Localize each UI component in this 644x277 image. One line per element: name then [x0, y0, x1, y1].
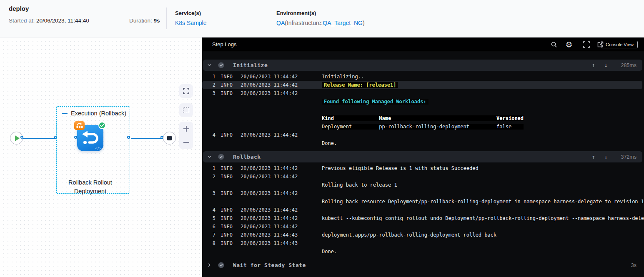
- environment-link[interactable]: QA: [276, 20, 285, 26]
- log-message: Previous eligible Release is 1 with stat…: [322, 165, 644, 171]
- scroll-top-icon[interactable]: ↑: [587, 154, 600, 160]
- step-node-rollback-rollout-deployment[interactable]: </> Rollback Rollout Deployment: [77, 125, 103, 151]
- log-timestamp: 20/06/2023 11:44:42: [241, 190, 322, 196]
- log-message-segment: Initializing..: [322, 74, 364, 80]
- log-section-header-rollback[interactable]: Rollback↑↓372ms: [203, 151, 642, 162]
- stage-group-execution-rollback[interactable]: Execution (Rollback) </> R: [56, 106, 130, 194]
- step-duration: 3s: [612, 262, 636, 268]
- console-header: Step Logs ⚙ Console View: [202, 37, 644, 51]
- log-row: Found following Managed Workloads:: [202, 97, 644, 106]
- log-message-segment: kubectl --kubeconfig=config rollout undo…: [322, 215, 644, 221]
- chevron-right-icon[interactable]: [207, 263, 212, 267]
- log-message-segment: deployment.apps/pp-rollback-rolling-depl…: [322, 232, 496, 238]
- code-glyph: </>: [95, 147, 101, 150]
- log-section-title: Initialize: [233, 62, 268, 68]
- log-line-number[interactable]: 4: [202, 132, 216, 138]
- log-level: INFO: [221, 165, 241, 171]
- pipeline-end-node[interactable]: [163, 132, 176, 145]
- log-row: [202, 106, 644, 114]
- success-check-icon: [98, 122, 106, 129]
- started-at: Started at: 20/06/2023, 11:44:40: [9, 17, 89, 24]
- log-message: deployment.apps/pp-rollback-rolling-depl…: [322, 232, 644, 238]
- started-at-value: 20/06/2023, 11:44:40: [36, 17, 89, 24]
- log-timestamp: 20/06/2023 11:44:42: [241, 165, 322, 171]
- log-row: 4INFO20/06/2023 11:44:42: [202, 206, 644, 214]
- log-level: INFO: [221, 190, 241, 196]
- rollout-badge-icon: [74, 121, 85, 130]
- log-row: 1INFO20/06/2023 11:44:42Initializing..: [202, 72, 644, 81]
- zoom-in-button[interactable]: [179, 122, 193, 135]
- log-line-number[interactable]: 1: [202, 165, 216, 171]
- log-timestamp: 20/06/2023 11:44:43: [241, 232, 322, 238]
- environment-line: QA(Infrastructure:QA_Target_NG): [276, 20, 365, 26]
- scroll-bottom-icon[interactable]: ↓: [600, 62, 612, 68]
- step-node-label: Rollback Rollout Deployment: [52, 178, 129, 196]
- fullscreen-icon[interactable]: [582, 40, 591, 49]
- log-message: Rolling back resource Deployment/pp-roll…: [322, 199, 644, 205]
- log-line-number[interactable]: 1: [202, 74, 216, 80]
- service-link[interactable]: K8s Sample: [175, 20, 206, 26]
- step-success-icon: [218, 62, 224, 68]
- log-line-number[interactable]: 8: [202, 240, 216, 246]
- log-message: Rolling back to release 1: [322, 182, 644, 188]
- infrastructure-link[interactable]: QA_Target_NG: [323, 20, 363, 26]
- log-timestamp: 20/06/2023 11:44:42: [241, 74, 322, 80]
- log-section-header-initialize[interactable]: Initialize↑↓285ms: [203, 60, 642, 71]
- scroll-top-icon[interactable]: ↑: [587, 62, 600, 68]
- services-block: Service(s) K8s Sample: [175, 10, 206, 26]
- log-section-actions: ↑↓285ms: [587, 62, 642, 68]
- log-row: 7INFO20/06/2023 11:44:43deployment.apps/…: [202, 231, 644, 239]
- plus-icon: [183, 125, 190, 132]
- log-line-number[interactable]: 2: [202, 174, 216, 180]
- log-message: Release Name: [release1]: [322, 82, 642, 88]
- log-timestamp: 20/06/2023 11:44:42: [241, 224, 322, 230]
- pipeline-title: deploy: [9, 5, 29, 12]
- log-message: Done.: [322, 140, 644, 146]
- log-row: 8INFO20/06/2023 11:44:43: [202, 239, 644, 247]
- log-section-header-wait-for-steady-state[interactable]: Wait for Steady State3s: [203, 260, 642, 271]
- log-row: 2INFO20/06/2023 11:44:42Release Name: [r…: [202, 81, 642, 89]
- environments-block: Environment(s) QA(Infrastructure:QA_Targ…: [276, 10, 365, 26]
- play-icon: [15, 135, 20, 141]
- env-infra-label: (Infrastructure:: [285, 20, 323, 26]
- log-row: Done.: [202, 139, 644, 147]
- scroll-bottom-icon[interactable]: ↓: [600, 154, 612, 160]
- canvas-select-button[interactable]: [179, 103, 193, 117]
- log-line-number[interactable]: 7: [202, 232, 216, 238]
- search-icon[interactable]: [550, 40, 558, 49]
- log-message-segment: Found following Managed Workloads:: [322, 99, 428, 105]
- log-timestamp: 20/06/2023 11:44:42: [241, 207, 322, 213]
- step-duration: 285ms: [612, 62, 636, 68]
- log-line-number[interactable]: 4: [202, 207, 216, 213]
- env-close-paren: ): [363, 20, 365, 26]
- log-line-number[interactable]: 3: [202, 90, 216, 96]
- canvas-fit-screen-button[interactable]: [179, 84, 193, 98]
- step-logs-panel: Step Logs ⚙ Console View Initialize↑↓285…: [202, 37, 644, 277]
- gear-icon[interactable]: ⚙: [565, 40, 573, 49]
- zoom-out-button[interactable]: [179, 135, 193, 149]
- log-row: Done.: [202, 247, 644, 256]
- canvas-zoom-controls: [179, 122, 193, 149]
- started-at-label: Started at:: [9, 17, 36, 24]
- execution-header: deploy Started at: 20/06/2023, 11:44:40 …: [0, 0, 644, 37]
- log-row: Rolling back to release 1: [202, 181, 644, 189]
- log-line-number[interactable]: 2: [202, 82, 216, 88]
- log-line-number[interactable]: 3: [202, 190, 216, 196]
- log-line-number[interactable]: 5: [202, 215, 216, 221]
- duration-value: 9s: [154, 17, 160, 24]
- console-view-button[interactable]: Console View: [601, 41, 638, 48]
- chevron-down-icon[interactable]: [207, 63, 212, 67]
- stage-collapse-icon[interactable]: [62, 113, 68, 114]
- log-timestamp: 20/06/2023 11:44:42: [241, 82, 322, 88]
- log-message: Initializing..: [322, 74, 644, 80]
- log-message-segment: Done.: [322, 249, 337, 255]
- log-row: 4INFO20/06/2023 11:44:42: [202, 131, 644, 139]
- log-level: INFO: [221, 82, 241, 88]
- pipeline-graph-canvas[interactable]: Execution (Rollback) </> R: [0, 37, 202, 277]
- log-message-segment: Deployment pp-rollback-rolling-deploymen…: [322, 124, 524, 130]
- step-success-icon: [218, 262, 224, 268]
- fit-screen-icon: [183, 88, 189, 94]
- log-line-number[interactable]: 6: [202, 224, 216, 230]
- log-section-rows-rollback: 1INFO20/06/2023 11:44:42Previous eligibl…: [202, 164, 644, 256]
- chevron-down-icon[interactable]: [207, 155, 212, 159]
